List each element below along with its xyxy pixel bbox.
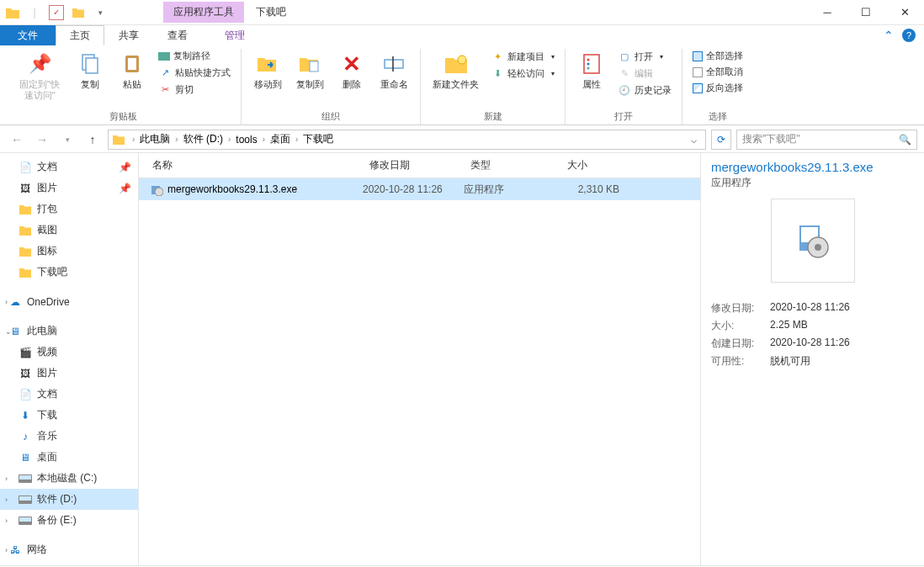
chevron-right-icon[interactable]: › [172,135,181,144]
tree-item-network[interactable]: ›🖧网络 [0,539,138,560]
search-input[interactable]: 搜索"下载吧" 🔍 [736,130,917,150]
tree-item-videos[interactable]: 🎬视频 [0,342,138,363]
expand-icon[interactable]: › [5,298,8,306]
tree-item-documents[interactable]: 📄文档📌 [0,156,138,178]
column-type[interactable]: 类型 [467,158,564,172]
help-icon[interactable]: ? [902,29,916,42]
tree-item-drive-e[interactable]: ›备份 (E:) [0,510,138,531]
breadcrumb-item[interactable]: tools [234,134,258,146]
breadcrumb-dropdown[interactable]: ⌵ [686,134,702,146]
tab-home[interactable]: 主页 [56,25,104,45]
collapse-ribbon-icon[interactable]: ⌃ [884,29,894,42]
navigation-pane[interactable]: 📄文档📌 🖼图片📌 打包 截图 图标 下载吧 ›☁OneDrive ⌄🖥此电脑 … [0,153,139,565]
rename-button[interactable]: 重命名 [374,49,413,92]
close-button[interactable]: ✕ [885,0,924,25]
breadcrumb[interactable]: › 此电脑 › 软件 (D:) › tools › 桌面 › 下载吧 ⌵ [108,130,706,150]
collapse-icon[interactable]: ⌄ [5,327,12,336]
refresh-button[interactable]: ⟳ [711,130,731,150]
folder-icon [19,245,32,258]
chevron-right-icon[interactable]: › [225,135,234,144]
ribbon-tabs: 文件 主页 共享 查看 管理 ⌃ ? [0,25,924,45]
quick-access-toolbar: | ✓ ▾ [0,5,113,20]
expand-icon[interactable]: › [5,495,8,504]
chevron-right-icon[interactable]: › [259,135,268,144]
cut-button[interactable]: ✂剪切 [155,82,234,97]
open-button[interactable]: ▢打开▾ [614,49,675,64]
chevron-right-icon[interactable]: › [129,135,138,144]
tree-item-onedrive[interactable]: ›☁OneDrive [0,291,138,312]
tree-item-pictures[interactable]: 🖼图片📌 [0,178,138,199]
svg-rect-13 [19,475,31,480]
tree-item-drive-d[interactable]: ›软件 (D:) [0,489,138,510]
tree-item-desktop[interactable]: 🖥桌面 [0,447,138,468]
group-new-label: 新建 [484,109,502,125]
tree-item-documents[interactable]: 📄文档 [0,384,138,405]
window-title: 下载吧 [244,2,298,23]
tab-view[interactable]: 查看 [153,25,202,45]
tree-item-music[interactable]: ♪音乐 [0,426,138,447]
expand-icon[interactable]: › [5,474,8,483]
checkbox-icon[interactable]: ✓ [49,5,64,20]
qat-dropdown-icon[interactable]: ▾ [93,5,108,20]
tab-manage[interactable]: 管理 [210,25,259,45]
tree-item-drive-c[interactable]: ›本地磁盘 (C:) [0,468,138,489]
svg-point-7 [458,56,466,64]
svg-point-19 [155,188,163,196]
column-name[interactable]: 名称 [149,158,366,172]
desktop-icon: 🖥 [19,451,32,464]
tree-item-folder[interactable]: 图标 [0,241,138,262]
back-button[interactable]: ← [7,130,27,150]
column-date[interactable]: 修改日期 [366,158,467,172]
divider-icon: | [27,5,42,20]
tree-item-downloads[interactable]: ⬇下载 [0,405,138,426]
file-row[interactable]: mergeworkbooks29.11.3.exe 2020-10-28 11:… [139,178,700,200]
invert-selection-button[interactable]: 反向选择 [689,81,746,95]
svg-point-10 [587,63,590,66]
select-none-button[interactable]: 全部取消 [689,65,746,79]
svg-rect-17 [19,517,31,522]
expand-icon[interactable]: › [5,517,8,525]
copy-path-button[interactable]: 复制路径 [155,49,234,63]
breadcrumb-item[interactable]: 桌面 [268,132,292,146]
history-button[interactable]: 🕘历史记录 [614,82,675,98]
document-icon: 📄 [19,388,32,401]
selectall-icon [693,51,703,61]
breadcrumb-item[interactable]: 此电脑 [138,132,172,146]
breadcrumb-item[interactable]: 软件 (D:) [182,132,225,146]
svg-rect-15 [19,496,31,501]
newitem-icon: ✦ [491,50,504,63]
tree-item-pictures[interactable]: 🖼图片 [0,363,138,384]
properties-button[interactable]: 属性 [572,49,611,92]
minimize-button[interactable]: ─ [808,0,847,25]
easy-access-button[interactable]: ⬇轻松访问▾ [487,66,558,81]
pin-quickaccess-button[interactable]: 📌 固定到"快速访问" [12,49,67,103]
tab-file[interactable]: 文件 [0,25,56,45]
tree-item-folder[interactable]: 下载吧 [0,262,138,283]
up-button[interactable]: ↑ [82,130,103,150]
new-item-button[interactable]: ✦新建项目▾ [487,49,558,64]
folder-small-icon[interactable] [71,5,86,20]
paste-shortcut-button[interactable]: ↗粘贴快捷方式 [155,65,234,80]
forward-button[interactable]: → [32,130,52,150]
maximize-button[interactable]: ☐ [847,0,885,25]
select-all-button[interactable]: 全部选择 [689,49,746,63]
expand-icon[interactable]: › [5,546,8,554]
delete-button[interactable]: ✕ 删除 [332,49,371,92]
tree-item-folder[interactable]: 打包 [0,199,138,220]
tree-item-thispc[interactable]: ⌄🖥此电脑 [0,321,138,342]
new-folder-button[interactable]: 新建文件夹 [427,49,484,92]
tree-item-folder[interactable]: 截图 [0,220,138,241]
breadcrumb-item[interactable]: 下载吧 [301,132,335,146]
file-list: 名称 修改日期 类型 大小 mergeworkbooks29.11.3.exe … [139,153,700,565]
tab-share[interactable]: 共享 [104,25,153,45]
copy-to-button[interactable]: 复制到 [290,49,329,92]
edit-button[interactable]: ✎编辑 [614,66,675,81]
column-size[interactable]: 大小 [564,158,623,172]
recent-dropdown[interactable]: ▾ [57,130,77,150]
chevron-right-icon[interactable]: › [292,135,301,144]
move-to-button[interactable]: 移动到 [248,49,287,92]
video-icon: 🎬 [19,346,32,359]
ribbon: 📌 固定到"快速访问" 复制 粘贴 复制路径 ↗粘贴快捷方式 ✂剪切 剪贴板 [0,45,924,125]
paste-button[interactable]: 粘贴 [113,49,151,92]
copy-button[interactable]: 复制 [71,49,109,92]
